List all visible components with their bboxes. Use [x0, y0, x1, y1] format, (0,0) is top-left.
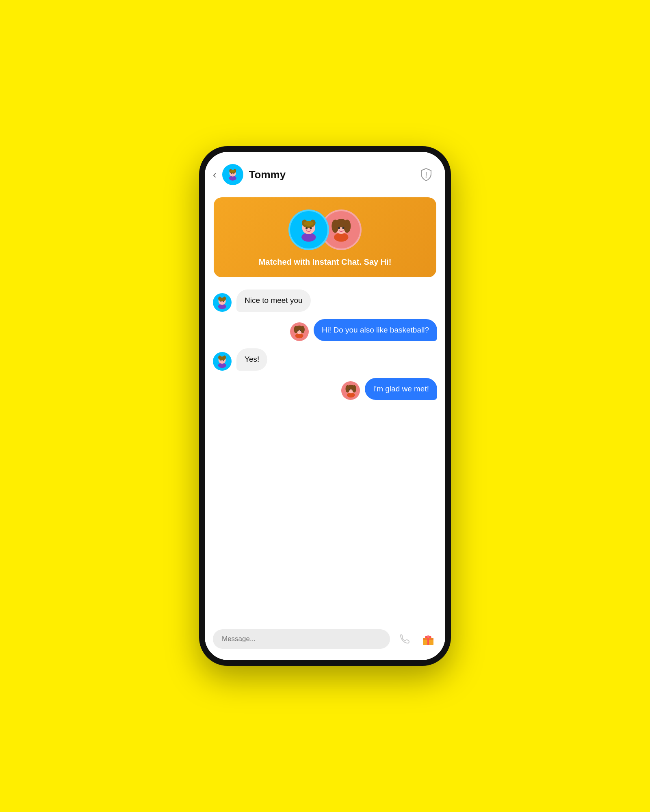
svg-point-17: [304, 221, 314, 226]
input-bar: [205, 623, 445, 660]
msg-avatar-boy: [213, 352, 232, 371]
svg-point-27: [342, 227, 344, 229]
phone-screen: ‹ Tommy: [205, 152, 445, 660]
message-row: Hi! Do you also like basketball?: [213, 319, 437, 341]
chat-header: ‹ Tommy: [205, 152, 445, 193]
header-avatar-image: [224, 166, 241, 183]
call-button[interactable]: [396, 630, 414, 648]
message-bubble: I'm glad we met!: [365, 378, 437, 400]
match-avatar-boy: [288, 209, 329, 250]
svg-point-26: [338, 227, 340, 229]
safety-shield-icon[interactable]: [418, 167, 434, 182]
message-bubble: Nice to meet you: [236, 289, 311, 312]
svg-point-37: [223, 301, 224, 302]
msg-boy-avatar-2: [214, 353, 230, 369]
svg-point-68: [427, 635, 429, 638]
message-row: I'm glad we met!: [213, 378, 437, 400]
svg-point-59: [352, 385, 356, 392]
chat-body: Nice to meet you Hi! Do you also like ba…: [205, 284, 445, 623]
message-input[interactable]: [213, 629, 390, 649]
svg-point-53: [223, 360, 224, 361]
match-text: Matched with Instant Chat. Say Hi!: [259, 257, 392, 267]
svg-point-18: [306, 227, 308, 229]
message-bubble: Hi! Do you also like basketball?: [314, 319, 437, 341]
header-avatar: [222, 164, 243, 185]
svg-point-21: [334, 233, 348, 242]
match-girl-image: [326, 215, 356, 245]
msg-avatar-boy: [213, 293, 232, 312]
svg-point-19: [310, 227, 312, 229]
msg-boy-avatar-1: [214, 294, 230, 311]
svg-point-52: [221, 360, 221, 361]
svg-point-51: [223, 356, 226, 359]
msg-girl-avatar-1: [291, 323, 308, 340]
msg-avatar-girl: [290, 322, 309, 341]
svg-point-35: [223, 297, 226, 300]
match-boy-image: [294, 215, 324, 245]
msg-girl-avatar-2: [342, 382, 359, 399]
match-banner: Matched with Instant Chat. Say Hi!: [214, 197, 436, 277]
match-avatars: [288, 209, 362, 250]
message-row: Yes!: [213, 348, 437, 371]
msg-avatar-girl: [341, 381, 360, 400]
svg-point-60: [349, 389, 350, 390]
gift-button[interactable]: [419, 630, 437, 648]
svg-point-25: [344, 220, 351, 233]
svg-rect-65: [423, 639, 433, 639]
svg-point-6: [230, 170, 235, 173]
svg-point-34: [218, 297, 221, 300]
svg-point-7: [231, 173, 232, 174]
svg-point-42: [294, 326, 298, 333]
svg-point-36: [221, 301, 221, 302]
svg-point-61: [351, 389, 352, 390]
svg-point-55: [347, 393, 355, 397]
svg-point-58: [345, 385, 349, 392]
svg-point-45: [300, 330, 301, 331]
svg-point-1: [229, 176, 236, 181]
header-name: Tommy: [249, 168, 418, 181]
svg-point-8: [233, 173, 234, 174]
back-button[interactable]: ‹: [213, 168, 217, 181]
message-bubble: Yes!: [236, 348, 267, 371]
svg-point-43: [301, 326, 305, 333]
svg-point-44: [298, 330, 299, 331]
message-row: Nice to meet you: [213, 289, 437, 312]
phone-frame: ‹ Tommy: [199, 146, 451, 666]
svg-point-50: [218, 356, 221, 359]
svg-point-39: [295, 333, 303, 338]
svg-point-10: [426, 177, 427, 178]
svg-point-24: [332, 220, 339, 233]
